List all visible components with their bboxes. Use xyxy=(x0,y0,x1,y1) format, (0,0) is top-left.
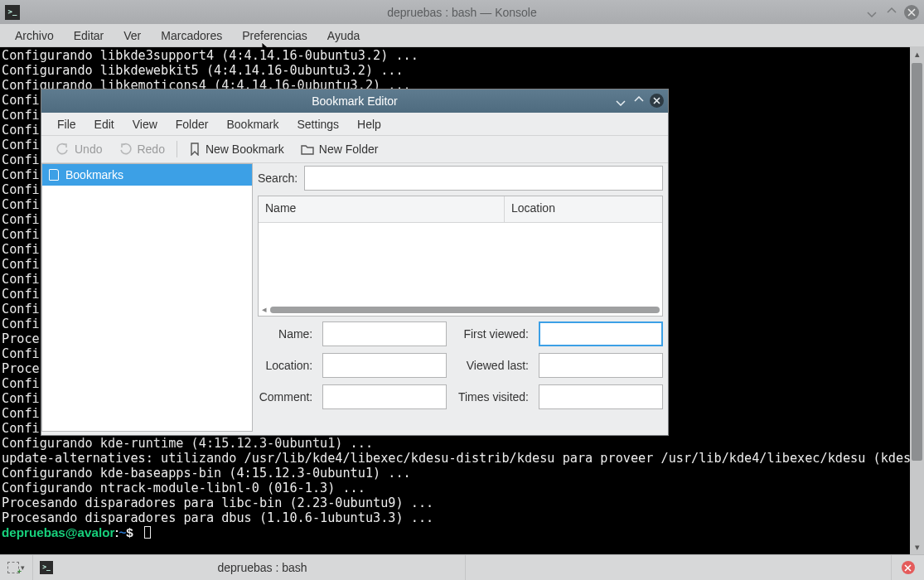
bookmarks-tree[interactable]: Bookmarks xyxy=(41,163,253,432)
konsole-app-icon xyxy=(5,5,20,20)
scroll-down-icon[interactable]: ▾ xyxy=(910,540,924,554)
undo-icon xyxy=(56,143,70,156)
bookmark-icon xyxy=(189,143,201,156)
terminal-icon xyxy=(40,561,53,574)
konsole-titlebar: depruebas : bash — Konsole xyxy=(0,0,924,24)
redo-button[interactable]: Redo xyxy=(110,140,172,158)
search-label: Search: xyxy=(258,172,299,185)
dialog-toolbar: Undo Redo New Bookmark New Folder xyxy=(41,136,668,163)
new-bookmark-button[interactable]: New Bookmark xyxy=(181,140,293,158)
first-viewed-field[interactable] xyxy=(539,321,663,346)
scroll-up-icon[interactable]: ▴ xyxy=(910,47,924,61)
menu-archivo[interactable]: Archivo xyxy=(5,26,64,46)
menu-preferencias[interactable]: Preferencias xyxy=(232,26,317,46)
comment-label: Comment: xyxy=(258,390,312,404)
konsole-title: depruebas : bash — Konsole xyxy=(0,6,924,19)
new-tab-button[interactable]: ▾ xyxy=(0,555,33,580)
viewed-last-field[interactable] xyxy=(539,353,663,378)
times-visited-field[interactable] xyxy=(539,384,663,409)
bookmarks-root-item[interactable]: Bookmarks xyxy=(42,164,252,186)
menu-editar[interactable]: Editar xyxy=(64,26,114,46)
menu-file[interactable]: File xyxy=(48,114,85,134)
new-tab-icon xyxy=(7,562,19,573)
menu-settings[interactable]: Settings xyxy=(288,114,349,134)
dialog-minimize-button[interactable] xyxy=(613,94,627,108)
bookmarks-list[interactable]: Name Location ◂ ▸ xyxy=(258,196,663,317)
close-icon xyxy=(902,561,915,574)
menu-bookmark[interactable]: Bookmark xyxy=(217,114,288,134)
horizontal-scrollbar[interactable]: ◂ ▸ xyxy=(259,303,662,316)
minimize-button[interactable] xyxy=(864,5,879,20)
menu-ayuda[interactable]: Ayuda xyxy=(317,26,370,46)
dialog-maximize-button[interactable] xyxy=(631,94,646,108)
menu-ver[interactable]: Ver xyxy=(114,26,151,46)
konsole-tab-bar: ▾ depruebas : bash xyxy=(0,554,924,580)
folder-icon xyxy=(301,143,314,155)
bookmark-icon xyxy=(49,169,59,181)
column-name[interactable]: Name xyxy=(259,196,505,222)
name-field[interactable] xyxy=(322,321,447,346)
close-tab-button[interactable] xyxy=(891,555,924,580)
scroll-thumb[interactable] xyxy=(270,307,660,313)
vertical-scrollbar[interactable]: ▴ ▾ xyxy=(910,47,924,554)
maximize-button[interactable] xyxy=(884,5,899,20)
dialog-close-button[interactable] xyxy=(650,94,664,108)
toolbar-separator xyxy=(177,141,177,157)
bookmark-editor-dialog: Bookmark Editor File Edit View Folder Bo… xyxy=(41,89,669,436)
scroll-left-icon[interactable]: ◂ xyxy=(259,304,270,315)
menu-help[interactable]: Help xyxy=(348,114,390,134)
dialog-title: Bookmark Editor xyxy=(312,94,397,108)
close-button[interactable] xyxy=(904,5,919,20)
name-label: Name: xyxy=(258,327,312,341)
undo-button[interactable]: Undo xyxy=(48,140,110,158)
tab-label: depruebas : bash xyxy=(60,561,465,574)
scroll-thumb[interactable] xyxy=(912,63,922,461)
menu-edit[interactable]: Edit xyxy=(85,114,123,134)
location-field[interactable] xyxy=(322,353,447,378)
bookmark-form: Name: First viewed: Location: Viewed las… xyxy=(258,321,663,409)
dialog-menubar: File Edit View Folder Bookmark Settings … xyxy=(41,113,668,136)
menu-view[interactable]: View xyxy=(123,114,167,134)
redo-icon xyxy=(119,143,132,156)
menu-folder[interactable]: Folder xyxy=(167,114,218,134)
first-viewed-label: First viewed: xyxy=(457,327,529,341)
new-folder-button[interactable]: New Folder xyxy=(293,140,387,158)
tab-depruebas-bash[interactable]: depruebas : bash xyxy=(33,555,466,580)
konsole-menubar: Archivo Editar Ver Marcadores Preferenci… xyxy=(0,24,924,47)
location-label: Location: xyxy=(258,359,312,372)
search-input[interactable] xyxy=(304,166,663,191)
times-visited-label: Times visited: xyxy=(457,390,529,404)
menu-marcadores[interactable]: Marcadores xyxy=(151,26,232,46)
viewed-last-label: Viewed last: xyxy=(457,359,529,372)
comment-field[interactable] xyxy=(322,384,447,409)
dialog-titlebar: Bookmark Editor xyxy=(41,89,668,113)
column-location[interactable]: Location xyxy=(505,196,662,222)
